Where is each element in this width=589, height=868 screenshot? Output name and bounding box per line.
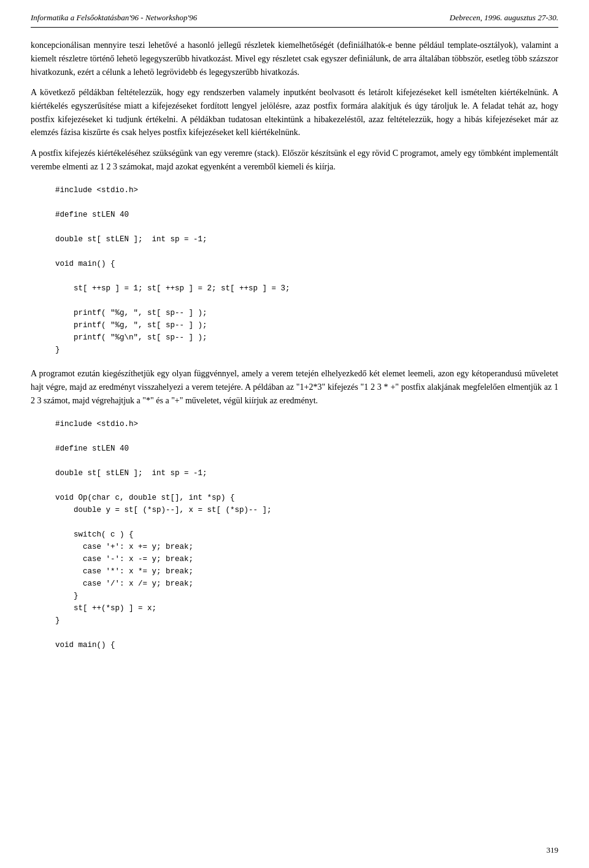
code-block-1: #include <stdio.h> #define stLEN 40 doub…: [55, 184, 558, 356]
page-header: Informatika a Felsőoktatásban'96 - Netwo…: [31, 12, 558, 28]
header-right: Debrecen, 1996. augusztus 27-30.: [450, 12, 558, 23]
paragraph-2: A következő példákban feltételezzük, hog…: [31, 86, 558, 139]
code-block-2: #include <stdio.h> #define stLEN 40 doub…: [55, 418, 558, 651]
header-left: Informatika a Felsőoktatásban'96 - Netwo…: [31, 12, 197, 23]
paragraph-3: A postfix kifejezés kiértékeléséhez szük…: [31, 147, 558, 173]
page-number: 319: [547, 845, 559, 856]
paragraph-after-code1: A programot ezután kiegészíthetjük egy o…: [31, 367, 558, 407]
paragraph-1: koncepcionálisan mennyire teszi lehetővé…: [31, 39, 558, 79]
page: Informatika a Felsőoktatásban'96 - Netwo…: [0, 0, 589, 868]
